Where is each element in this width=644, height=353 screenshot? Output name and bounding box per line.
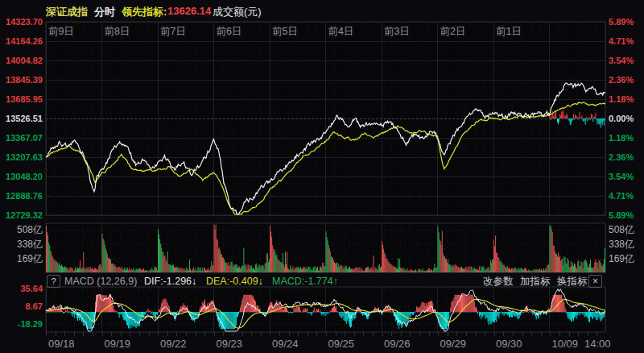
switch-indicator-button[interactable]: 换指标	[557, 275, 588, 288]
indicator-name: MACD (12,26,9)	[64, 275, 137, 288]
close-indicator-button[interactable]: ×	[588, 275, 602, 288]
leading-indicator-value: 13626.14	[167, 5, 211, 17]
symbol-name: 深证成指	[46, 5, 88, 19]
macd-macd-value: MACD:-1.774↑	[272, 275, 338, 288]
change-params-button[interactable]: 改参数	[483, 275, 514, 288]
turnover-label: 成交额(元)	[213, 5, 262, 19]
h-scroll-strip[interactable]	[46, 332, 605, 336]
chart-canvas[interactable]	[0, 0, 644, 353]
macd-dea-value: DEA:-0.409↓	[206, 275, 263, 288]
tab-minute-chart[interactable]: 分时	[94, 5, 115, 19]
leading-indicator-label: 领先指标:	[122, 5, 167, 19]
app-window: 深证成指 分时 领先指标: 13626.14 成交额(元) 14323.7014…	[0, 0, 644, 353]
indicator-help-button[interactable]: ?	[47, 275, 60, 288]
add-indicator-button[interactable]: 加指标	[520, 275, 551, 288]
macd-dif-value: DIF:-1.296↓	[144, 275, 196, 288]
